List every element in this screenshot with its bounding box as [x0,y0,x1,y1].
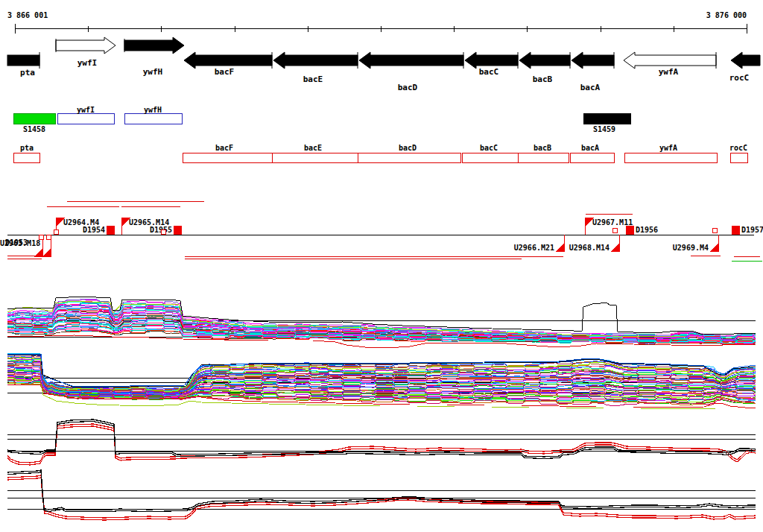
segment-box-S1459[interactable] [583,113,630,124]
gene-label-bacB: bacB [533,75,553,84]
probe-square-icon [46,235,51,239]
gene-ywfA[interactable] [624,52,716,69]
cds-label-ywfA: ywfA [659,144,677,152]
d-marker-box-icon [626,226,634,235]
cds-label-bacE: bacE [304,144,322,152]
down-flag-icon [42,248,51,257]
probe-marker-D1957[interactable]: D1957 [732,226,763,235]
ruler-start-coordinate: 3 866 001 [7,11,48,19]
probe-marker-U2967.M11[interactable]: U2967.M11 [585,218,633,235]
down-flag-icon [709,243,718,252]
gene-bacA[interactable] [572,52,614,69]
probe-marker-U2969.M4[interactable]: U2969.M4 [673,235,718,252]
segment-track: S1458ywfIywfHS1459 [13,106,630,133]
probe-track: U2964.M4U2965.M14U2967.M11D1954D1955D195… [0,201,763,261]
probe-label: D1957 [741,226,763,234]
segment-box-ywfI[interactable] [57,113,114,124]
cds-box-bacC[interactable] [462,153,518,162]
gene-bacF[interactable] [184,52,272,69]
probe-label: D1953 [5,238,28,247]
cds-box-pta[interactable] [13,153,39,162]
gene-label-bacE: bacE [303,75,323,84]
cds-label-bacD: bacD [399,144,417,152]
probe-square-icon [54,229,58,234]
segment-box-S1458[interactable] [13,113,55,124]
d-marker-box-icon [107,226,115,235]
gene-rocC[interactable] [731,52,760,69]
probe-square-icon [712,228,717,232]
cds-box-bacF[interactable] [183,153,272,162]
gene-pta[interactable] [7,55,39,66]
segment-label-ywfI: ywfI [77,106,95,114]
segment-label-ywfH: ywfH [144,106,162,114]
probe-square-icon [39,235,43,239]
genome-browser: 3 866 001 3 876 000 ptaywfIywfHbacFbacEb… [0,0,763,532]
probe-marker-U2968.M14[interactable]: U2968.M14 [569,235,619,252]
ratio-trace [7,424,756,463]
probe-label: U2967.M11 [592,218,633,227]
probe-label: U2968.M14 [569,244,610,252]
cds-label-bacC: bacC [480,144,498,152]
gene-label-ywfA: ywfA [659,67,679,77]
gene-ywfH[interactable] [124,37,184,54]
signal-plots [7,297,756,520]
probe-square-icon [161,229,165,234]
d-marker-box-icon [732,226,740,235]
probe-label: U2966.M21 [514,244,554,252]
ratio-trace [7,422,756,459]
cds-label-bacF: bacF [215,144,233,152]
cds-label-rocC: rocC [729,144,747,152]
segment-box-ywfH[interactable] [124,113,182,124]
segment-label-S1459: S1459 [593,125,615,133]
down-flag-icon [34,248,42,257]
probe-marker-D1956[interactable]: D1956 [626,226,658,235]
gene-ywfI[interactable] [56,37,115,54]
cds-label-bacB: bacB [534,144,551,152]
gene-bacC[interactable] [465,52,518,69]
gene-track: ptaywfIywfHbacFbacEbacDbacCbacBbacAywfAr… [7,37,760,92]
probe-square-icon [612,228,617,232]
ruler-end-coordinate: 3 876 000 [706,11,747,19]
cds-track: ptabacFbacEbacDbacCbacBbacAywfArocC [13,144,747,162]
probe-marker-U2966.M21[interactable]: U2966.M21 [514,235,564,252]
ratio-trace [7,475,756,518]
down-flag-icon [555,243,564,252]
probe-label: U2969.M4 [673,244,709,252]
gene-bacB[interactable] [519,52,570,69]
cds-label-bacA: bacA [581,144,599,152]
gene-label-ywfH: ywfH [143,67,163,77]
probe-label: D1956 [636,226,658,234]
down-flag-icon [610,243,619,252]
probe-marker-D1954[interactable]: D1954 [83,226,115,235]
gene-label-rocC: rocC [729,73,750,83]
gene-bacD[interactable] [359,52,463,69]
gene-label-bacD: bacD [398,83,418,92]
cds-box-ywfA[interactable] [624,153,717,162]
gene-label-bacA: bacA [580,83,601,92]
gene-label-pta: pta [20,68,35,77]
gene-label-bacC: bacC [479,67,499,77]
gene-bacE[interactable] [273,52,358,69]
segment-label-S1458: S1458 [23,125,45,133]
cds-box-bacD[interactable] [358,153,460,162]
cds-box-bacB[interactable] [518,153,569,162]
d-marker-box-icon [174,226,182,235]
cds-label-pta: pta [20,144,34,152]
gene-label-ywfI: ywfI [77,58,98,68]
probe-label: D1954 [83,226,105,234]
ratio-trace [7,426,756,465]
ruler-track [15,24,747,34]
cds-box-bacA[interactable] [570,153,614,162]
cds-box-bacE[interactable] [272,153,358,162]
cds-box-rocC[interactable] [730,153,747,162]
gene-label-bacF: bacF [215,67,235,77]
browser-canvas: 3 866 001 3 876 000 ptaywfIywfHbacFbacEb… [0,0,763,532]
